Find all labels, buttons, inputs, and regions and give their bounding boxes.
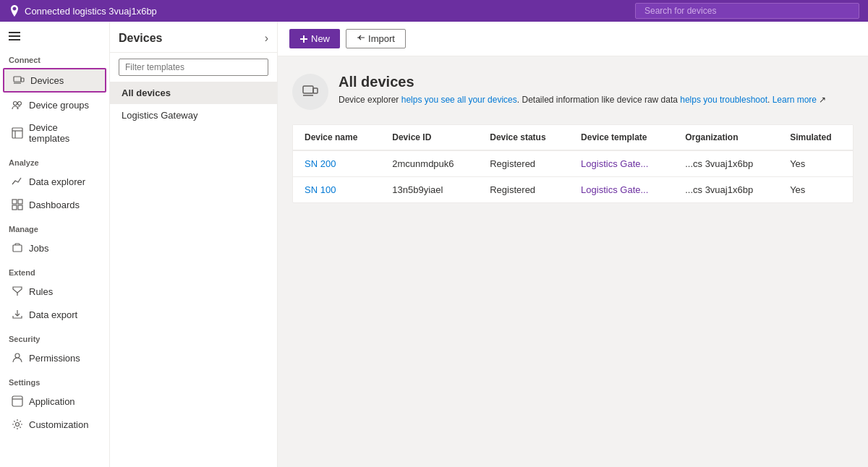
sub-panel-filter [110, 53, 277, 82]
cell-device-status: Registered [478, 177, 569, 203]
svg-rect-0 [9, 32, 20, 33]
hamburger-button[interactable] [0, 22, 109, 47]
cell-organization: ...cs 3vuaj1x6bp [673, 177, 778, 203]
section-security: Security [0, 326, 109, 346]
col-simulated: Simulated [778, 125, 853, 150]
sidebar-label-data-explorer: Data explorer [29, 176, 85, 187]
topbar: Connected logistics 3vuaj1x6bp [0, 0, 868, 22]
learn-more-link[interactable]: Learn more [773, 95, 817, 105]
sidebar-label-dashboards: Dashboards [29, 200, 80, 210]
customization-icon [12, 419, 23, 430]
sidebar-label-data-export: Data export [29, 309, 77, 320]
sidebar-item-rules[interactable]: Rules [3, 280, 106, 302]
import-icon [357, 35, 365, 43]
cell-organization: ...cs 3vuaj1x6bp [673, 150, 778, 177]
sidebar-item-data-explorer[interactable]: Data explorer [3, 171, 106, 192]
device-template-link[interactable]: Logistics Gate... [581, 184, 648, 195]
new-button[interactable]: New [289, 29, 340, 48]
section-extend: Extend [0, 260, 109, 280]
device-templates-icon [12, 127, 23, 139]
jobs-icon [12, 242, 23, 254]
col-organization: Organization [673, 125, 778, 150]
svg-rect-24 [303, 86, 313, 93]
section-manage: Manage [0, 216, 109, 236]
plus-icon [299, 35, 308, 43]
svg-rect-14 [18, 205, 22, 210]
data-explorer-icon [12, 176, 23, 187]
cell-simulated: Yes [778, 177, 853, 203]
devices-table-wrapper: Device name Device ID Device status Devi… [292, 124, 854, 203]
page-header-text: All devices Device explorer helps you se… [339, 74, 826, 106]
device-name-link[interactable]: SN 200 [305, 158, 336, 169]
application-icon [12, 395, 23, 407]
device-template-link[interactable]: Logistics Gate... [581, 158, 648, 169]
app-logo: Connected logistics 3vuaj1x6bp [9, 5, 635, 17]
col-device-status: Device status [478, 125, 569, 150]
search-input[interactable] [635, 3, 859, 19]
content-toolbar: New Import [278, 22, 868, 56]
svg-point-7 [18, 102, 22, 106]
sub-panel-close-button[interactable]: › [265, 33, 268, 44]
cell-device-template: Logistics Gate... [569, 177, 673, 203]
device-name-link[interactable]: SN 100 [305, 184, 336, 195]
cell-simulated: Yes [778, 150, 853, 177]
sub-panel-header: Devices › [110, 22, 277, 53]
table-row: SN 100 13n5b9yiael Registered Logistics … [293, 177, 853, 203]
devices-icon [13, 74, 25, 86]
location-icon [9, 5, 20, 17]
cell-device-id: 13n5b9yiael [380, 177, 478, 203]
sidebar-item-permissions[interactable]: Permissions [3, 347, 106, 369]
device-circle-icon [302, 83, 319, 100]
section-connect: Connect [0, 47, 109, 67]
cell-device-id: 2mcunmdpuk6 [380, 150, 478, 177]
cell-device-status: Registered [478, 150, 569, 177]
table-row: SN 200 2mcunmdpuk6 Registered Logistics … [293, 150, 853, 177]
sidebar-item-application[interactable]: Application [3, 390, 106, 412]
sub-panel-title: Devices [119, 32, 163, 45]
sidebar-label-application: Application [29, 396, 75, 407]
import-button[interactable]: Import [346, 29, 406, 48]
sidebar-item-devices[interactable]: Devices [3, 68, 106, 93]
sidebar-label-jobs: Jobs [29, 243, 48, 254]
dashboards-icon [12, 199, 23, 210]
sidebar-item-device-groups[interactable]: Device groups [3, 94, 106, 116]
col-device-id: Device ID [380, 125, 478, 150]
cell-device-name: SN 100 [293, 177, 380, 203]
sidebar-item-jobs[interactable]: Jobs [3, 237, 106, 259]
svg-rect-2 [9, 39, 20, 40]
data-export-icon [12, 309, 23, 320]
svg-rect-12 [18, 200, 22, 204]
cell-device-name: SN 200 [293, 150, 380, 177]
filter-input[interactable] [119, 59, 268, 76]
section-analyze: Analyze [0, 150, 109, 170]
cell-device-template: Logistics Gate... [569, 150, 673, 177]
svg-rect-13 [12, 205, 17, 210]
device-icon-circle [292, 74, 328, 110]
sidebar-label-customization: Customization [29, 419, 88, 430]
sidebar-label-device-templates: Device templates [29, 122, 98, 144]
sidebar-item-customization[interactable]: Customization [3, 414, 106, 435]
svg-rect-4 [21, 78, 24, 82]
svg-rect-3 [14, 77, 21, 82]
col-device-template: Device template [569, 125, 673, 150]
sub-nav-all-devices[interactable]: All devices [110, 82, 277, 104]
sidebar-item-dashboards[interactable]: Dashboards [3, 194, 106, 215]
sidebar-item-data-export[interactable]: Data export [3, 304, 106, 325]
sub-panel: Devices › All devices Logistics Gateway [110, 22, 278, 467]
app-name: Connected logistics 3vuaj1x6bp [25, 6, 157, 17]
devices-table: Device name Device ID Device status Devi… [293, 125, 853, 202]
table-header: Device name Device ID Device status Devi… [293, 125, 853, 150]
svg-rect-1 [9, 35, 20, 37]
rules-icon [12, 286, 23, 297]
svg-point-21 [16, 423, 20, 427]
section-settings: Settings [0, 369, 109, 390]
svg-rect-11 [12, 200, 17, 204]
sub-nav-logistics-gateway[interactable]: Logistics Gateway [110, 104, 277, 127]
sidebar-item-device-templates[interactable]: Device templates [3, 117, 106, 149]
svg-rect-8 [12, 128, 22, 138]
page-description: Device explorer helps you see all your d… [339, 93, 826, 106]
svg-point-18 [15, 354, 20, 358]
sidebar-label-permissions: Permissions [29, 353, 80, 364]
svg-rect-15 [13, 245, 22, 252]
device-groups-icon [12, 99, 23, 111]
